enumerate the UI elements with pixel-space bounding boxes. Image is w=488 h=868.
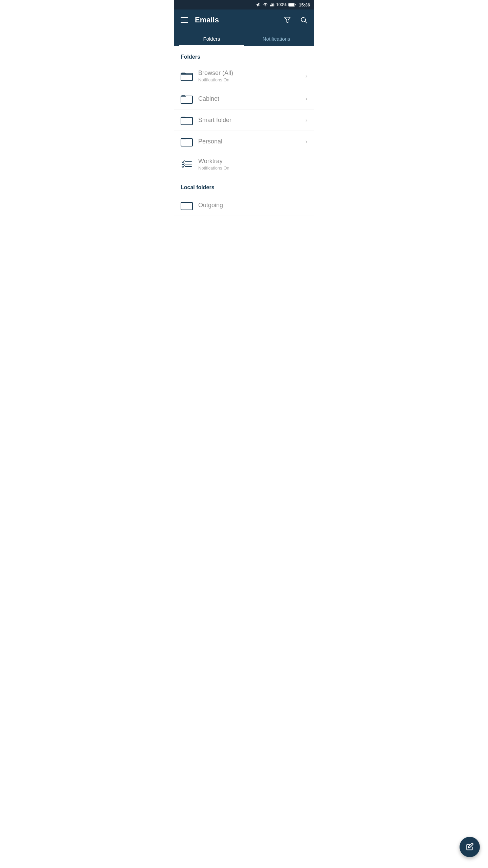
folder-icon xyxy=(181,71,193,81)
folder-item-smart[interactable]: Smart folder › xyxy=(174,110,314,131)
folder-icon xyxy=(181,115,193,125)
search-icon xyxy=(300,16,307,24)
folder-icon-cabinet-wrap xyxy=(181,94,196,104)
folder-info-browser-all: Browser (All) Notifications On xyxy=(196,70,305,82)
folder-subtitle-worktray: Notifications On xyxy=(198,165,307,171)
filter-icon xyxy=(284,16,291,24)
time-display: 15:36 xyxy=(299,2,310,7)
chevron-icon-cabinet: › xyxy=(305,95,307,102)
chevron-icon-browser-all: › xyxy=(305,73,307,80)
svg-rect-0 xyxy=(270,5,271,6)
folder-name-cabinet: Cabinet xyxy=(198,95,305,102)
tabs: Folders Notifications xyxy=(179,32,309,46)
svg-line-8 xyxy=(305,21,307,23)
folder-icon-browser-all xyxy=(181,71,196,81)
folder-item-outgoing[interactable]: Outgoing xyxy=(174,195,314,216)
folder-icon-smart-wrap xyxy=(181,115,196,125)
svg-rect-12 xyxy=(181,117,192,125)
folder-icon xyxy=(181,94,193,104)
page-title: Emails xyxy=(195,16,219,24)
folder-icon xyxy=(181,136,193,146)
folder-name-worktray: Worktray xyxy=(198,158,307,165)
header-actions xyxy=(282,15,309,25)
folder-info-outgoing: Outgoing xyxy=(196,202,307,209)
status-icons: 100% 15:36 xyxy=(256,2,310,7)
folder-icon-outgoing-wrap xyxy=(181,200,196,210)
folders-section-header: Folders xyxy=(174,46,314,64)
svg-point-7 xyxy=(301,18,306,22)
worktray-icon xyxy=(181,159,193,169)
folder-info-smart: Smart folder xyxy=(196,117,305,124)
folder-item-browser-all[interactable]: Browser (All) Notifications On › xyxy=(174,64,314,88)
chevron-icon-smart: › xyxy=(305,117,307,124)
wifi-icon xyxy=(263,2,268,7)
folder-info-worktray: Worktray Notifications On xyxy=(196,158,307,171)
folder-info-personal: Personal xyxy=(196,138,305,145)
status-bar: 100% 15:36 xyxy=(174,0,314,9)
svg-rect-17 xyxy=(181,202,192,210)
folder-name-smart: Smart folder xyxy=(198,117,305,124)
local-folders-section-header: Local folders xyxy=(174,176,314,195)
svg-rect-13 xyxy=(181,139,192,146)
svg-rect-11 xyxy=(181,96,192,103)
folder-item-worktray[interactable]: Worktray Notifications On xyxy=(174,152,314,176)
folder-item-cabinet[interactable]: Cabinet › xyxy=(174,88,314,110)
svg-rect-5 xyxy=(289,3,294,6)
folder-subtitle-browser-all: Notifications On xyxy=(198,77,305,82)
folder-icon-personal-wrap xyxy=(181,136,196,146)
content-area: Folders Browser (All) Notifications On › xyxy=(174,46,314,216)
search-button[interactable] xyxy=(299,15,309,25)
menu-button[interactable] xyxy=(179,16,189,24)
svg-rect-2 xyxy=(272,4,272,6)
folder-name-browser-all: Browser (All) xyxy=(198,70,305,77)
hamburger-icon xyxy=(181,17,188,23)
folder-info-cabinet: Cabinet xyxy=(196,95,305,102)
header-left: Emails xyxy=(179,16,219,24)
svg-rect-1 xyxy=(271,4,272,6)
filter-button[interactable] xyxy=(282,15,292,25)
app-header: Emails Folders Notifications xyxy=(174,9,314,46)
battery-percent: 100% xyxy=(276,2,287,7)
folder-name-outgoing: Outgoing xyxy=(198,202,307,209)
signal-icon xyxy=(270,2,274,7)
folder-item-personal[interactable]: Personal › xyxy=(174,131,314,152)
chevron-icon-personal: › xyxy=(305,138,307,145)
tab-notifications[interactable]: Notifications xyxy=(244,32,309,46)
tab-folders[interactable]: Folders xyxy=(179,32,244,46)
battery-icon xyxy=(288,3,296,7)
folder-icon-worktray-wrap xyxy=(181,159,196,169)
svg-marker-6 xyxy=(285,17,290,23)
bluetooth-mute-icon xyxy=(256,2,261,7)
svg-rect-3 xyxy=(273,3,273,6)
folder-icon xyxy=(181,200,193,210)
folder-name-personal: Personal xyxy=(198,138,305,145)
